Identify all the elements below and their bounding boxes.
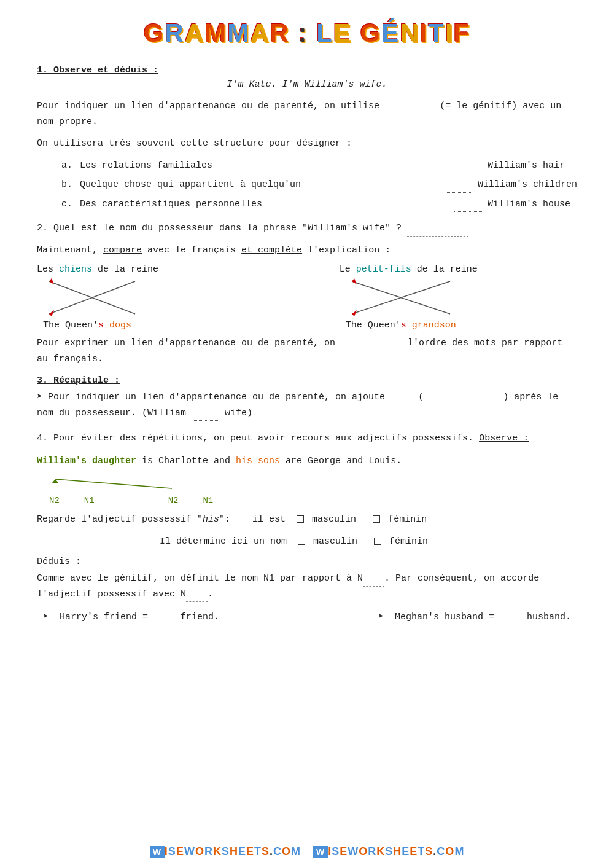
cross-svg-left xyxy=(43,278,166,320)
para2: On utilisera très souvent cette structur… xyxy=(37,136,577,152)
underline-svg xyxy=(37,476,344,495)
blank-s xyxy=(391,397,418,405)
diagram-pair: Les chiens de la reine The Queen's dogs … xyxy=(37,264,577,330)
underline-diagram xyxy=(37,476,344,495)
para1: Pour indiquer un lien d'appartenance ou … xyxy=(37,98,577,130)
abc-right-b: William's children xyxy=(432,177,577,193)
blank-paren xyxy=(429,397,503,405)
n-labels: N2 N1 N2 N1 xyxy=(37,496,577,506)
svg-marker-7 xyxy=(352,278,357,284)
blank-q2 xyxy=(407,228,468,237)
footer-logo-2: WISEWORKSHEETS.COM xyxy=(313,845,464,858)
para-inversion: Pour exprimer un lien d'appartenance ou … xyxy=(37,335,577,367)
adjective-line1: Regarde l'adjectif possessif "his": il e… xyxy=(37,512,577,528)
n2-label-1: N2 xyxy=(49,496,60,506)
abc-text-c: Des caractéristiques personnelles xyxy=(80,197,442,213)
highlight-sentence: William's daughter is Charlotte and his … xyxy=(37,453,577,471)
right-bottom-text: The Queen's grandson xyxy=(340,320,456,330)
deduis-header: Déduis : xyxy=(37,557,577,567)
abc-right-a: William's hair xyxy=(442,158,577,174)
deduis-section: Déduis : Comme avec le génitif, on défin… xyxy=(37,557,577,602)
section3-header: 3. Récapitule : xyxy=(37,375,577,386)
meghan-example: ➤ Meghan's husband = husband. xyxy=(378,611,571,622)
section3-arrow: ➤ Pour indiquer un lien d'appartenance o… xyxy=(37,389,577,421)
left-bottom-text: The Queen's dogs xyxy=(37,320,274,330)
section4-header: 4. Pour éviter des répétitions, on peut … xyxy=(37,431,577,447)
abc-list: a. Les relations familiales William's ha… xyxy=(61,158,577,213)
n1-label-2: N1 xyxy=(203,496,213,506)
blank-b xyxy=(445,184,472,193)
section4: 4. Pour éviter des répétitions, on peut … xyxy=(37,431,577,622)
page-title: GRAMMAR : LE GÉNITIF xyxy=(37,18,577,48)
abc-label-a: a. xyxy=(61,158,80,174)
n2-label-2: N2 xyxy=(168,496,179,506)
adjective-line2: Il détermine ici un nom masculin féminin xyxy=(37,534,577,550)
abc-right-c: William's house xyxy=(442,197,577,213)
diagram-right: Le petit-fils de la reine The Queen's gr… xyxy=(340,264,577,330)
abc-text-b: Quelque chose qui appartient à quelqu'un xyxy=(80,177,432,193)
section3: 3. Récapitule : ➤ Pour indiquer un lien … xyxy=(37,375,577,421)
diagram-left: Les chiens de la reine The Queen's dogs xyxy=(37,264,274,330)
example-sentence: I'm Kate. I'm William's wife. xyxy=(37,79,577,90)
deduis-para: Comme avec le génitif, on définit le nom… xyxy=(37,571,577,602)
footer-logo-1: WISEWORKSHEETS.COM xyxy=(150,845,301,858)
abc-label-c: c. xyxy=(61,197,80,213)
q2-line: 2. Quel est le nom du possesseur dans la… xyxy=(37,221,577,237)
left-top-text: Les chiens de la reine xyxy=(37,264,274,275)
abc-text-a: Les relations familiales xyxy=(80,158,442,174)
checkbox-masc1 xyxy=(297,515,304,523)
blank-n-ref xyxy=(363,578,384,587)
abc-item-c: c. Des caractéristiques personnelles Wil… xyxy=(61,197,577,213)
blank-a xyxy=(454,165,482,173)
blank-genitif xyxy=(385,106,434,114)
footer: WISEWORKSHEETS.COM WISEWORKSHEETS.COM xyxy=(0,845,614,858)
abc-item-b: b. Quelque chose qui appartient à quelqu… xyxy=(61,177,577,193)
blank-meghan xyxy=(500,614,521,622)
right-top-text: Le petit-fils de la reine xyxy=(340,264,478,275)
cross-right xyxy=(346,278,487,320)
compare-line: Maintenant, compare avec le français et … xyxy=(37,243,577,259)
svg-marker-3 xyxy=(49,278,54,284)
examples-row: ➤ Harry's friend = friend. ➤ Meghan's hu… xyxy=(37,611,577,622)
n1-label-1: N1 xyxy=(84,496,95,506)
checkbox-masc2 xyxy=(298,538,305,545)
blank-c xyxy=(454,203,482,212)
blank-harry xyxy=(154,614,175,622)
abc-item-a: a. Les relations familiales William's ha… xyxy=(61,158,577,174)
section1-header: 1. Observe et déduis : xyxy=(37,65,577,76)
blank-inversion xyxy=(341,343,402,351)
checkbox-fem2 xyxy=(374,538,381,545)
section2: 2. Quel est le nom du possesseur dans la… xyxy=(37,221,577,367)
abc-label-b: b. xyxy=(61,177,80,193)
blank-william xyxy=(192,412,219,421)
checkbox-fem1 xyxy=(373,515,380,523)
svg-line-8 xyxy=(55,479,172,488)
harry-example: ➤ Harry's friend = friend. xyxy=(43,611,219,622)
blank-n-accord xyxy=(186,593,208,602)
cross-left xyxy=(43,278,166,320)
cross-svg-right xyxy=(346,278,487,320)
